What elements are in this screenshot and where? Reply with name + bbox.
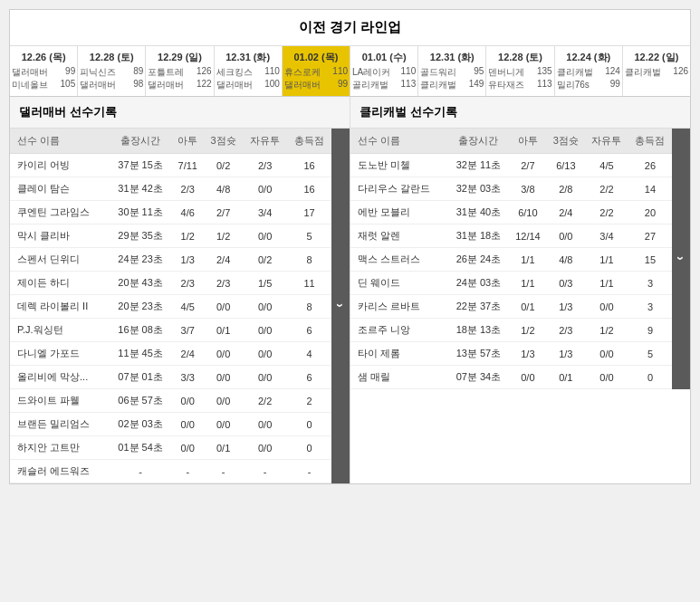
date-label: 12.24 (화)	[557, 51, 620, 64]
table-cell: 3	[628, 272, 672, 295]
table-cell: 6/10	[509, 201, 547, 225]
table-cell: -	[243, 460, 287, 483]
date-label: 12.29 (일)	[148, 51, 211, 64]
team-name: 골드워리	[420, 66, 456, 79]
table-cell: 0/0	[243, 413, 287, 436]
team-name: 휴스로케	[284, 66, 321, 79]
table-cell: 30분 11초	[110, 201, 172, 225]
table-row: P.J.워싱턴16분 08초3/70/10/06	[10, 319, 331, 342]
team-row: 덴버니게135	[488, 66, 551, 79]
table-cell: 8	[287, 248, 331, 272]
table-cell: 타이 제롬	[350, 342, 448, 366]
table-cell: 쿠엔틴 그라임스	[10, 201, 110, 225]
table-cell: 17	[287, 201, 331, 225]
table-cell: 에반 모블리	[350, 201, 448, 225]
table-cell: 31분 42초	[110, 177, 172, 201]
team-score: 126	[673, 66, 688, 79]
table-cell: 5	[628, 342, 672, 366]
table-cell: 18분 13초	[448, 319, 509, 342]
table-cell: 0/2	[204, 154, 243, 177]
team-name: 댈러매버	[284, 79, 321, 91]
column-header: 3점슛	[547, 129, 585, 154]
team-name: 클리캐벌	[420, 79, 456, 91]
date-tab-6[interactable]: 12.31 (화)골드워리95클리캐벌149	[418, 46, 486, 96]
table-cell: 0	[287, 413, 331, 436]
date-tab-5[interactable]: 01.01 (수)LA레이커110골리캐벌113	[350, 46, 418, 96]
team-row: 미네올브105	[12, 79, 75, 91]
table-row: 올리비에 막상...07분 01초3/30/00/06	[10, 366, 331, 389]
table-cell: 20	[628, 201, 672, 225]
team-score: 99	[338, 79, 348, 91]
table-cell: 32분 11초	[448, 154, 509, 177]
table-cell: 0/0	[243, 225, 287, 248]
table-cell: -	[110, 460, 172, 483]
date-tab-8[interactable]: 12.24 (화)클리캐벌124밀리76s99	[555, 46, 623, 96]
table-cell: 클레이 탐슨	[10, 177, 110, 201]
team-score: 113	[401, 79, 417, 91]
team-name: 피닉신즈	[80, 66, 116, 79]
table-cell: 1/1	[509, 248, 547, 272]
table-cell: 01분 54초	[110, 436, 172, 460]
date-label: 12.22 (일)	[625, 51, 688, 64]
date-tab-4[interactable]: 01.02 (목)휴스로케110댈러매버99	[283, 46, 350, 96]
table-cell: 9	[628, 319, 672, 342]
table-cell: 1/5	[243, 272, 287, 295]
table-cell: 0/0	[204, 295, 243, 319]
table-row: 딘 웨이드24분 03초1/10/31/13	[350, 272, 672, 295]
table-cell: 0/0	[243, 342, 287, 366]
table-row: 데렉 라이볼리 II20분 23초4/50/00/08	[10, 295, 331, 319]
date-tab-2[interactable]: 12.29 (일)포틀트레126댈러매버122	[146, 46, 214, 96]
column-header: 출장시간	[448, 129, 509, 154]
table-cell: 37분 15초	[110, 154, 172, 177]
table-cell: 4/6	[171, 201, 204, 225]
date-tab-1[interactable]: 12.28 (토)피닉신즈89댈러매버98	[78, 46, 146, 96]
table-row: 타이 제롬13분 57초1/31/30/05	[350, 342, 672, 366]
team-name: 골리캐벌	[352, 79, 388, 91]
table-cell: 13분 57초	[448, 342, 509, 366]
team-score: 149	[469, 79, 484, 91]
date-tab-7[interactable]: 12.28 (토)덴버니게135유타재즈113	[486, 46, 554, 96]
table-cell: 3/4	[585, 225, 628, 248]
table-cell: 캐슬러 에드워즈	[10, 460, 110, 483]
table-cell: 20분 43초	[110, 272, 172, 295]
left-more-button[interactable]: ›	[331, 129, 350, 483]
date-tab-3[interactable]: 12.31 (화)세크킹스110댈러매버100	[215, 46, 283, 96]
table-cell: 4/8	[547, 248, 585, 272]
table-cell: 6	[287, 319, 331, 342]
team-name: 덴버니게	[488, 66, 524, 79]
table-cell: 0/0	[204, 389, 243, 413]
table-row: 도노반 미첼32분 11초2/76/134/526	[350, 154, 672, 177]
table-cell: 0/0	[204, 366, 243, 389]
date-tab-9[interactable]: 12.22 (일)클리캐벌126	[623, 46, 690, 96]
column-header: 출장시간	[110, 129, 172, 154]
table-cell: 4/8	[204, 177, 243, 201]
table-cell: 0/0	[243, 177, 287, 201]
table-cell: 올리비에 막상...	[10, 366, 110, 389]
team-name: 클리캐벌	[625, 66, 661, 79]
date-label: 12.31 (화)	[420, 51, 484, 64]
team-row: 클리캐벌126	[625, 66, 688, 79]
team-row: 유타재즈113	[488, 79, 551, 91]
table-cell: 3/7	[171, 319, 204, 342]
table-cell: 26	[628, 154, 672, 177]
table-cell: 11	[287, 272, 331, 295]
table-cell: 1/1	[585, 248, 628, 272]
team-name: 세크킹스	[216, 66, 253, 79]
team-row: 클리캐벌124	[557, 66, 620, 79]
column-header: 총득점	[287, 129, 331, 154]
table-cell: 0/0	[171, 413, 204, 436]
table-cell: 2/2	[243, 389, 287, 413]
table-row: 막시 클리바29분 35초1/21/20/05	[10, 225, 331, 248]
table-cell: 15	[628, 248, 672, 272]
left-panel-title: 댈러매버 선수기록	[10, 97, 350, 129]
table-cell: 31분 18초	[448, 225, 509, 248]
date-navigation: 12.26 (목)댈러매버99미네올브10512.28 (토)피닉신즈89댈러매…	[10, 46, 690, 97]
table-cell: 2	[287, 389, 331, 413]
table-cell: 4	[287, 342, 331, 366]
team-name: LA레이커	[352, 66, 390, 79]
team-row: 댈러매버122	[148, 79, 211, 91]
date-tab-0[interactable]: 12.26 (목)댈러매버99미네올브105	[10, 46, 78, 96]
right-more-button[interactable]: ›	[672, 129, 690, 389]
table-cell: 8	[287, 295, 331, 319]
table-cell: 2/3	[171, 272, 204, 295]
